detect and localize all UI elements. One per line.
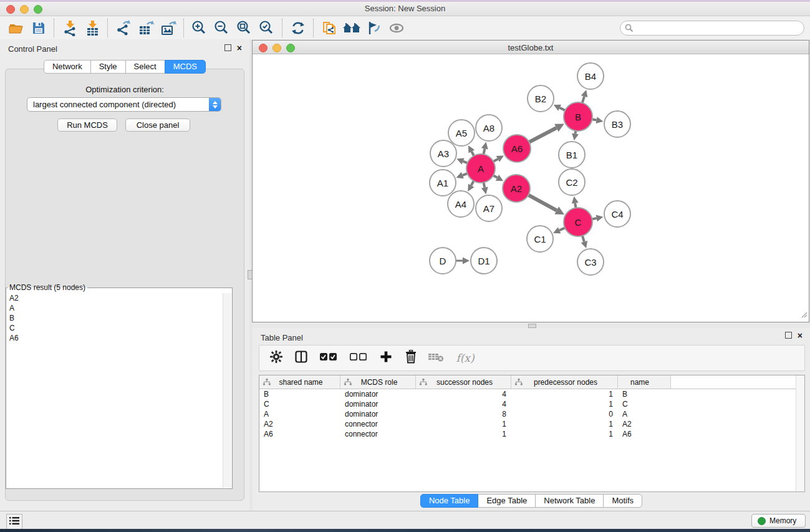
node-label-C: C: [575, 217, 582, 228]
home-button[interactable]: [340, 19, 363, 37]
delete-table-button[interactable]: [428, 349, 444, 367]
table-cell: 8: [416, 409, 511, 419]
hide-graphics-details-button[interactable]: [363, 19, 385, 37]
table-cell: 0: [511, 409, 618, 419]
edge-A6-B[interactable]: [529, 128, 557, 142]
table-cell: dominator: [340, 409, 416, 419]
edge-A-A7[interactable]: [484, 183, 485, 188]
column-header-name[interactable]: name: [618, 375, 671, 389]
memory-button[interactable]: Memory: [751, 514, 806, 528]
tab-mcds[interactable]: MCDS: [165, 60, 206, 74]
tab-network-table[interactable]: Network Table: [535, 494, 604, 508]
column-header-shared-name[interactable]: shared name: [259, 375, 340, 389]
control-panel-header: Control Panel ×: [0, 39, 249, 58]
table-row[interactable]: A6connector11A6: [259, 429, 804, 439]
result-item[interactable]: A6: [7, 333, 223, 343]
zoom-fit-button[interactable]: [233, 19, 256, 37]
result-scrollbar[interactable]: [223, 293, 231, 488]
edge-A2-C[interactable]: [528, 195, 556, 211]
network-canvas[interactable]: AA1A2A3A4A5A6A7A8BB1B2B3B4CC1C2C3C4DD1: [253, 54, 809, 322]
delete-rows-button[interactable]: [403, 349, 419, 367]
splitter-handle[interactable]: [528, 324, 536, 328]
zoom-in-button[interactable]: [188, 19, 211, 37]
node-label-C1: C1: [534, 234, 546, 244]
edge-C-C2[interactable]: [575, 203, 576, 208]
network-from-selection-icon: [321, 20, 337, 36]
tab-select[interactable]: Select: [125, 60, 165, 74]
add-row-button[interactable]: [378, 349, 394, 367]
zoom-out-icon: [214, 20, 230, 36]
show-columns-button[interactable]: [293, 349, 309, 367]
resize-grip-icon[interactable]: [800, 309, 808, 321]
zoom-out-button[interactable]: [211, 19, 233, 37]
tab-motifs[interactable]: Motifs: [603, 494, 642, 508]
table-settings-button[interactable]: [268, 349, 284, 367]
table-row[interactable]: Adominator80A: [259, 409, 804, 419]
result-item[interactable]: A: [7, 303, 223, 313]
edge-arrowhead: [581, 90, 588, 97]
show-graphics-details-button[interactable]: [385, 19, 408, 37]
import-network-button[interactable]: [59, 19, 81, 37]
table-row[interactable]: Bdominator41B: [259, 389, 804, 399]
node-table: shared nameMCDS rolesuccessor nodesprede…: [259, 375, 805, 492]
edge-B-B2[interactable]: [560, 108, 566, 110]
edge-B-B4[interactable]: [582, 96, 584, 103]
tab-network[interactable]: Network: [44, 60, 91, 74]
close-panel-button[interactable]: Close panel: [125, 118, 190, 132]
column-header-successor-nodes[interactable]: successor nodes: [416, 375, 511, 389]
deselect-all-button[interactable]: [348, 349, 369, 367]
edge-A-A1[interactable]: [463, 173, 468, 175]
tab-edge-table[interactable]: Edge Table: [478, 494, 536, 508]
refresh-button[interactable]: [287, 19, 309, 37]
close-panel-icon[interactable]: ×: [798, 332, 803, 339]
table-cell: A2: [618, 419, 671, 429]
table-cell: connector: [340, 419, 416, 429]
save-session-button[interactable]: [27, 19, 50, 37]
application-window: Session: New Session: [0, 0, 810, 532]
edge-C-C3[interactable]: [582, 236, 584, 242]
result-item[interactable]: B: [7, 313, 223, 323]
close-panel-icon[interactable]: ×: [237, 45, 242, 51]
table-row[interactable]: A2connector11A2: [259, 419, 804, 429]
houses-icon: [342, 20, 361, 36]
network-from-selection-button[interactable]: [318, 19, 340, 37]
search-input[interactable]: [620, 21, 804, 36]
export-table-button[interactable]: [135, 19, 157, 37]
export-network-button[interactable]: [112, 19, 135, 37]
float-panel-icon[interactable]: [224, 44, 231, 51]
edge-A-A2[interactable]: [493, 175, 497, 178]
select-all-button[interactable]: [318, 349, 339, 367]
result-item[interactable]: A2: [7, 293, 223, 303]
float-panel-icon[interactable]: [785, 332, 792, 339]
edge-A-A4[interactable]: [471, 181, 474, 185]
column-header-predecessor-nodes[interactable]: predecessor nodes: [511, 375, 618, 389]
result-item[interactable]: C: [7, 323, 223, 333]
column-header-label: successor nodes: [427, 378, 511, 387]
export-image-button[interactable]: [157, 19, 180, 37]
toolbar-separator: [183, 19, 185, 37]
toolbar-separator: [54, 19, 55, 37]
edge-A-A5[interactable]: [471, 152, 474, 156]
edge-A-A6[interactable]: [493, 159, 498, 162]
mcds-result-list[interactable]: A2ABCA6: [7, 293, 223, 488]
edge-A-A8[interactable]: [484, 148, 485, 154]
import-table-button[interactable]: [81, 19, 104, 37]
edge-C-C4[interactable]: [592, 218, 597, 219]
tab-style[interactable]: Style: [90, 60, 126, 74]
panel-list-button[interactable]: [6, 514, 22, 530]
edge-A-A3[interactable]: [463, 162, 468, 163]
open-session-button[interactable]: [5, 19, 27, 37]
edge-B-B3[interactable]: [592, 119, 597, 120]
criterion-dropdown[interactable]: largest connected component (directed): [27, 97, 221, 112]
node-label-C4: C4: [611, 209, 623, 220]
memory-label: Memory: [769, 516, 796, 525]
function-builder-button[interactable]: f(x): [453, 349, 478, 367]
tab-node-table[interactable]: Node Table: [420, 494, 479, 508]
column-header-MCDS-role[interactable]: MCDS role: [340, 375, 416, 389]
zoom-selected-button[interactable]: [256, 19, 278, 37]
run-mcds-button[interactable]: Run MCDS: [57, 118, 117, 132]
table-row[interactable]: Cdominator41C: [259, 399, 804, 409]
panel-splitter-horizontal[interactable]: [252, 324, 810, 327]
table-scrollbar[interactable]: [796, 375, 804, 491]
edge-C-C1[interactable]: [559, 228, 565, 230]
